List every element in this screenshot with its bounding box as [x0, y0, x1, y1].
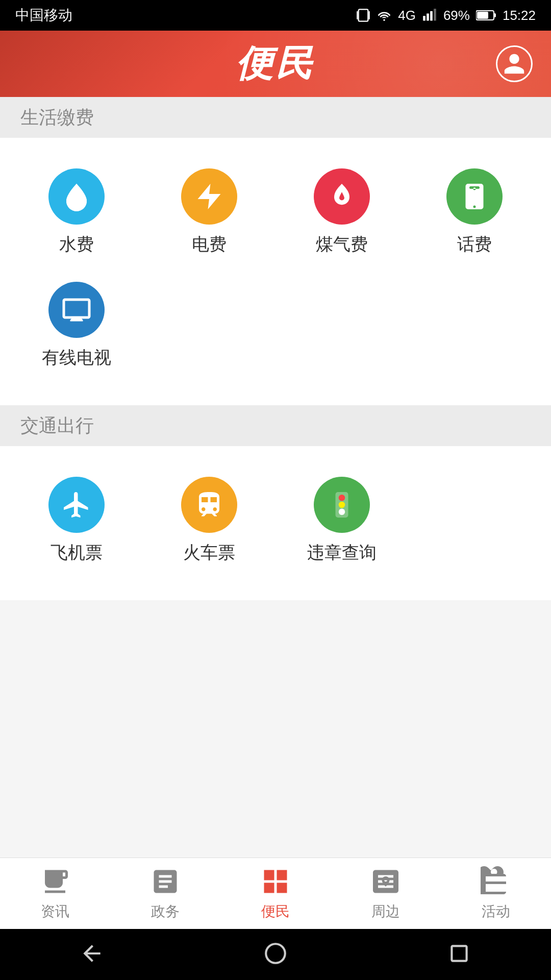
electricity-item[interactable]: 电费: [143, 158, 276, 272]
gas-label: 煤气费: [316, 233, 368, 256]
violation-label: 违章查询: [307, 541, 377, 565]
nearby-icon: [370, 866, 401, 897]
network-type: 4G: [398, 8, 416, 23]
avatar-button[interactable]: [496, 45, 533, 82]
news-icon: [40, 866, 70, 897]
wifi-icon: [377, 8, 392, 22]
svg-rect-8: [494, 13, 496, 17]
svg-rect-6: [434, 9, 436, 20]
phone-label: 话费: [457, 233, 492, 256]
electricity-icon: [194, 181, 224, 212]
back-icon: [79, 941, 105, 966]
svg-rect-15: [452, 946, 466, 961]
android-nav: [0, 929, 551, 980]
person-icon: [502, 52, 527, 76]
home-button[interactable]: [263, 941, 288, 968]
plane-icon: [61, 489, 92, 520]
section-transport-header: 交通出行: [0, 405, 551, 446]
nav-government[interactable]: 政务: [110, 866, 220, 921]
svg-point-12: [339, 502, 345, 508]
electricity-label: 电费: [192, 233, 227, 256]
traffic-light-icon: [327, 489, 357, 520]
carrier-text: 中国移动: [15, 6, 72, 25]
violation-item[interactable]: 违章查询: [276, 467, 408, 580]
signal-icon: [422, 8, 437, 22]
gas-item[interactable]: 煤气费: [276, 158, 408, 272]
svg-rect-4: [427, 14, 429, 21]
life-grid: 水费 电费 煤气费 话费 有线电视: [0, 138, 551, 405]
nav-activity-label: 活动: [482, 902, 510, 921]
bottom-nav: 资讯 政务 便民 周边 活动: [0, 857, 551, 929]
phone-item[interactable]: 话费: [408, 158, 541, 272]
flight-icon-circle: [48, 477, 105, 533]
train-icon-circle: [181, 477, 237, 533]
svg-rect-1: [369, 11, 370, 19]
nav-news[interactable]: 资讯: [0, 866, 110, 921]
app-header: 便民: [0, 31, 551, 97]
water-icon: [61, 181, 92, 212]
nav-government-label: 政务: [151, 902, 180, 921]
train-label: 火车票: [183, 541, 235, 565]
svg-rect-0: [357, 11, 358, 19]
battery-icon: [476, 10, 496, 21]
cable-tv-icon-circle: [48, 282, 105, 338]
gas-icon-circle: [314, 168, 370, 225]
svg-rect-9: [477, 12, 488, 19]
cable-tv-label: 有线电视: [42, 346, 111, 370]
svg-point-13: [339, 509, 345, 516]
tv-icon: [61, 295, 92, 325]
section-life-header: 生活缴费: [0, 97, 551, 138]
back-button[interactable]: [79, 941, 105, 968]
water-item[interactable]: 水费: [10, 158, 143, 272]
vibrate-icon: [356, 8, 370, 22]
phone-icon-circle: [446, 168, 503, 225]
svg-rect-2: [359, 9, 368, 21]
recents-icon: [446, 941, 472, 966]
train-item[interactable]: 火车票: [143, 467, 276, 580]
electricity-icon-circle: [181, 168, 237, 225]
time-text: 15:22: [503, 8, 536, 23]
activity-icon: [481, 866, 511, 897]
svg-point-14: [266, 944, 285, 963]
gas-icon: [327, 181, 357, 212]
flight-item[interactable]: 飞机票: [10, 467, 143, 580]
status-icons: 4G 69% 15:22: [356, 8, 536, 23]
section-life-label: 生活缴费: [20, 105, 94, 130]
svg-rect-3: [423, 16, 425, 20]
train-icon: [194, 489, 224, 520]
home-icon: [263, 941, 288, 966]
nav-activity[interactable]: 活动: [441, 866, 551, 921]
section-transport-label: 交通出行: [20, 413, 94, 438]
header-title: 便民: [236, 39, 315, 88]
transport-grid: 飞机票 火车票 违章查询: [0, 446, 551, 600]
status-bar: 中国移动 4G 69% 15:22: [0, 0, 551, 31]
svg-point-11: [339, 495, 345, 501]
nav-nearby-label: 周边: [371, 902, 400, 921]
phone-icon: [459, 181, 490, 212]
flight-label: 飞机票: [51, 541, 103, 565]
recents-button[interactable]: [446, 941, 472, 968]
convenience-icon: [260, 866, 291, 897]
violation-icon-circle: [314, 477, 370, 533]
battery-text: 69%: [443, 8, 470, 23]
nav-convenience-label: 便民: [261, 902, 290, 921]
government-icon: [150, 866, 181, 897]
nav-convenience[interactable]: 便民: [220, 866, 331, 921]
nav-news-label: 资讯: [41, 902, 69, 921]
cable-tv-item[interactable]: 有线电视: [10, 272, 143, 385]
nav-nearby[interactable]: 周边: [331, 866, 441, 921]
water-label: 水费: [59, 233, 94, 256]
water-icon-circle: [48, 168, 105, 225]
svg-rect-5: [430, 11, 433, 21]
